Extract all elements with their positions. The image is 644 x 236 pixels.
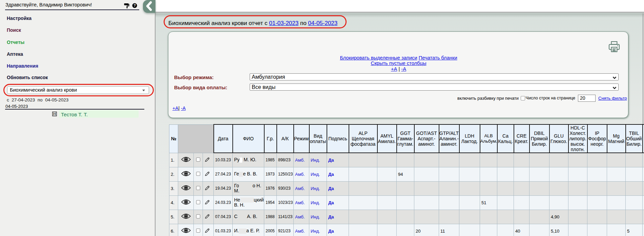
svg-text:?: ? — [133, 3, 136, 7]
